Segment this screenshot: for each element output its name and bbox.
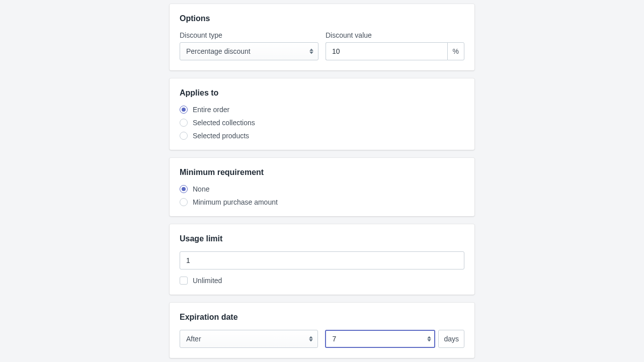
usage-limit-input[interactable]: [180, 251, 464, 269]
discount-type-value: Percentage discount: [180, 42, 318, 60]
discount-value-input[interactable]: [326, 42, 447, 60]
expiration-mode-select[interactable]: After: [180, 330, 318, 348]
expiration-days-unit: days: [438, 330, 464, 348]
radio-icon: [180, 198, 188, 206]
radio-icon: [180, 185, 188, 193]
applies-to-card: Applies to Entire order Selected collect…: [170, 78, 474, 150]
discount-type-label: Discount type: [180, 31, 318, 39]
discount-unit: %: [447, 42, 464, 60]
discount-value-label: Discount value: [326, 31, 464, 39]
applies-to-title: Applies to: [180, 88, 464, 98]
options-card: Options Discount type Percentage discoun…: [170, 4, 474, 70]
minreq-none[interactable]: None: [180, 185, 464, 193]
checkbox-icon: [180, 277, 188, 285]
usage-limit-unlimited[interactable]: Unlimited: [180, 277, 464, 285]
radio-icon: [180, 132, 188, 140]
minreq-minimum-purchase[interactable]: Minimum purchase amount: [180, 198, 464, 206]
radio-icon: [180, 106, 188, 114]
applies-to-entire-order[interactable]: Entire order: [180, 106, 464, 114]
minimum-requirement-title: Minimum requirement: [180, 168, 464, 177]
minimum-requirement-card: Minimum requirement None Minimum purchas…: [170, 158, 474, 216]
options-title: Options: [180, 14, 464, 23]
radio-label: Selected products: [193, 132, 249, 140]
expiration-mode-value: After: [180, 330, 318, 348]
usage-limit-card: Usage limit Unlimited: [170, 224, 474, 295]
discount-type-select[interactable]: Percentage discount: [180, 42, 318, 60]
expiration-date-card: Expiration date After: [170, 303, 474, 358]
radio-label: Entire order: [193, 106, 229, 114]
applies-to-selected-products[interactable]: Selected products: [180, 132, 464, 140]
radio-label: Selected collections: [193, 119, 255, 127]
radio-label: Minimum purchase amount: [193, 198, 278, 206]
applies-to-selected-collections[interactable]: Selected collections: [180, 119, 464, 127]
usage-limit-title: Usage limit: [180, 234, 464, 243]
expiration-date-title: Expiration date: [180, 313, 464, 322]
expiration-days-input[interactable]: [325, 330, 435, 348]
checkbox-label: Unlimited: [193, 277, 222, 285]
radio-label: None: [193, 185, 209, 193]
radio-icon: [180, 119, 188, 127]
